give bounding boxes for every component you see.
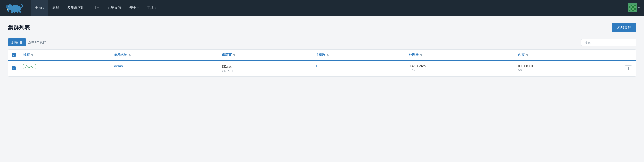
sort-icon-hosts: ⇅ bbox=[327, 54, 329, 56]
delete-label: 删除 bbox=[12, 40, 18, 45]
td-more: ⋮ bbox=[621, 60, 636, 76]
td-cpu: 0.4/1 Cores 38% bbox=[405, 60, 514, 76]
page-header: 集群列表 添加集群 bbox=[8, 23, 636, 33]
toolbar: 删除 🗑 选中1个集群 bbox=[8, 39, 636, 46]
provider-sub: v1.15.11 bbox=[222, 69, 307, 73]
logo-icon bbox=[6, 3, 24, 13]
hosts-count: 1 bbox=[316, 64, 318, 68]
th-hosts[interactable]: 主机数 ⇅ bbox=[312, 50, 405, 60]
main-content: 集群列表 添加集群 删除 🗑 选中1个集群 ✓ bbox=[0, 16, 644, 162]
th-name[interactable]: 集群名称 ⇅ bbox=[110, 50, 218, 60]
chevron-down-icon-gongju: ▾ bbox=[154, 7, 156, 10]
nav-item-quanju[interactable]: 全局 ▾ bbox=[31, 0, 48, 16]
nav-item-duojiqun[interactable]: 多集群应用 bbox=[63, 0, 88, 16]
chevron-down-icon-anquan: ▾ bbox=[137, 7, 138, 10]
chevron-down-icon: ▾ bbox=[43, 7, 44, 10]
th-cpu[interactable]: 处理器 ⇅ bbox=[405, 50, 514, 60]
th-provider[interactable]: 供应商 ⇅ bbox=[218, 50, 311, 60]
sort-icon-name: ⇅ bbox=[128, 54, 130, 56]
nav-label-quanju: 全局 bbox=[35, 6, 42, 10]
td-memory: 0.1/1.8 GiB 5% bbox=[514, 60, 621, 76]
nav-label-duojiqun: 多集群应用 bbox=[67, 6, 84, 10]
navbar-right: ▾ bbox=[628, 4, 644, 13]
navbar: 全局 ▾ 集群 多集群应用 用户 系统设置 安全 ▾ 工具 ▾ ▾ bbox=[0, 0, 644, 16]
nav-label-anquan: 安全 bbox=[129, 6, 136, 10]
td-hosts: 1 bbox=[312, 60, 405, 76]
th-status-label: 状态 bbox=[23, 53, 30, 57]
avatar-dropdown-button[interactable]: ▾ bbox=[636, 5, 641, 11]
nav-item-jiqun[interactable]: 集群 bbox=[48, 0, 63, 16]
svg-point-4 bbox=[9, 6, 9, 7]
nav-item-yonghu[interactable]: 用户 bbox=[88, 0, 104, 16]
sort-icon-memory: ⇅ bbox=[526, 54, 528, 56]
avatar-grid bbox=[629, 5, 636, 12]
nav-item-anquan[interactable]: 安全 ▾ bbox=[125, 0, 142, 16]
th-cpu-label: 处理器 bbox=[409, 53, 419, 57]
th-checkbox: ✓ bbox=[8, 50, 19, 60]
table-container: ✓ 状态 ⇅ 集群名称 ⇅ bbox=[8, 49, 636, 77]
select-all-checkbox[interactable]: ✓ bbox=[12, 53, 16, 57]
th-hosts-label: 主机数 bbox=[316, 53, 325, 57]
sort-icon-status: ⇅ bbox=[31, 54, 33, 56]
table-row: ✓ Active demo 自定义 v1.15.11 bbox=[8, 60, 636, 76]
add-cluster-button[interactable]: 添加集群 bbox=[612, 23, 636, 33]
svg-rect-8 bbox=[20, 11, 21, 13]
nav-item-gongju[interactable]: 工具 ▾ bbox=[142, 0, 160, 16]
mem-sub: 5% bbox=[518, 68, 617, 72]
nav-label-yonghu: 用户 bbox=[92, 6, 100, 10]
th-name-label: 集群名称 bbox=[114, 53, 127, 57]
more-actions-button[interactable]: ⋮ bbox=[625, 65, 632, 71]
td-status: Active bbox=[19, 60, 110, 76]
provider-main: 自定义 bbox=[222, 64, 307, 69]
cpu-main: 0.4/1 Cores bbox=[409, 64, 510, 68]
nav-label-gongju: 工具 bbox=[146, 6, 154, 10]
th-status[interactable]: 状态 ⇅ bbox=[19, 50, 110, 60]
page-title: 集群列表 bbox=[8, 24, 30, 32]
row-checkbox[interactable]: ✓ bbox=[12, 66, 16, 70]
svg-rect-5 bbox=[12, 11, 13, 13]
status-badge: Active bbox=[23, 64, 36, 69]
selected-label: 选中1个集群 bbox=[28, 40, 46, 45]
th-provider-label: 供应商 bbox=[222, 53, 232, 57]
svg-point-2 bbox=[6, 5, 9, 9]
nav-item-xitong[interactable]: 系统设置 bbox=[104, 0, 125, 16]
toolbar-left: 删除 🗑 选中1个集群 bbox=[8, 39, 46, 46]
nav-label-jiqun: 集群 bbox=[52, 6, 59, 10]
sort-icon-provider: ⇅ bbox=[233, 54, 235, 56]
nav-label-xitong: 系统设置 bbox=[108, 6, 121, 10]
svg-rect-7 bbox=[17, 11, 18, 13]
avatar-button[interactable] bbox=[628, 4, 636, 13]
trash-icon: 🗑 bbox=[20, 41, 23, 44]
search-input[interactable] bbox=[581, 39, 636, 46]
clusters-table: ✓ 状态 ⇅ 集群名称 ⇅ bbox=[8, 50, 636, 76]
svg-rect-6 bbox=[14, 12, 16, 13]
mem-main: 0.1/1.8 GiB bbox=[518, 64, 617, 68]
nav-menu: 全局 ▾ 集群 多集群应用 用户 系统设置 安全 ▾ 工具 ▾ bbox=[30, 0, 628, 16]
logo-container bbox=[0, 0, 30, 16]
th-memory-label: 内存 bbox=[518, 53, 524, 57]
delete-button[interactable]: 删除 🗑 bbox=[8, 39, 26, 46]
cpu-sub: 38% bbox=[409, 68, 510, 72]
cluster-name-link[interactable]: demo bbox=[114, 64, 123, 68]
th-actions bbox=[621, 50, 636, 60]
td-name: demo bbox=[110, 60, 218, 76]
th-memory[interactable]: 内存 ⇅ bbox=[514, 50, 621, 60]
td-provider: 自定义 v1.15.11 bbox=[218, 60, 311, 76]
sort-icon-cpu: ⇅ bbox=[420, 54, 422, 56]
td-checkbox: ✓ bbox=[8, 60, 19, 76]
table-header-row: ✓ 状态 ⇅ 集群名称 ⇅ bbox=[8, 50, 636, 60]
